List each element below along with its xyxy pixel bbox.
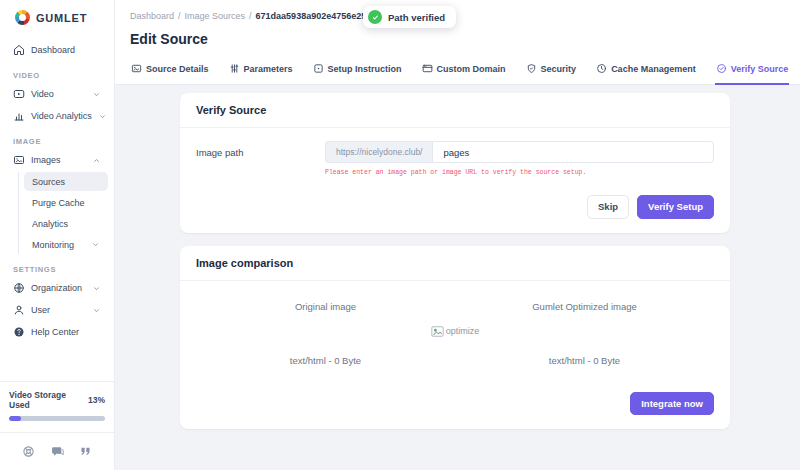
user-icon: [13, 304, 25, 316]
tab-label: Security: [541, 64, 577, 74]
tab-source-details[interactable]: Source Details: [130, 61, 210, 85]
chevron-down-icon: [98, 112, 107, 121]
tab-label: Custom Domain: [437, 64, 506, 74]
tab-verify-source[interactable]: Verify Source: [715, 61, 790, 85]
sidebar-item-label: Sources: [32, 177, 65, 187]
path-verified-toast: Path verified: [363, 6, 456, 28]
sliders-icon: [229, 63, 240, 74]
tab-label: Parameters: [244, 64, 293, 74]
breadcrumb-separator: /: [249, 11, 252, 21]
broken-image-icon: [431, 326, 444, 337]
chevron-down-icon: [91, 240, 100, 249]
sidebar-item-help-center[interactable]: Help Center: [6, 322, 108, 342]
globe-icon: [13, 282, 25, 294]
image-path-input[interactable]: [432, 141, 714, 163]
sidebar-section-image: IMAGE: [6, 128, 108, 150]
sidebar-item-organization[interactable]: Organization: [6, 278, 108, 298]
tab-custom-domain[interactable]: Custom Domain: [421, 61, 507, 85]
sidebar-item-label: Video Analytics: [31, 111, 92, 121]
original-image-label: Original image: [196, 301, 455, 312]
chart-icon: [13, 110, 25, 122]
home-icon: [13, 44, 25, 56]
broken-image-alt-text: optimize: [446, 326, 480, 336]
tab-parameters[interactable]: Parameters: [228, 61, 294, 85]
sidebar-item-label: Analytics: [32, 219, 68, 229]
browser-icon: [422, 63, 433, 74]
sidebar-item-dashboard[interactable]: Dashboard: [6, 40, 108, 60]
chevron-down-icon: [92, 306, 101, 315]
url-prefix: https://nicelydone.club/: [325, 141, 432, 163]
sidebar-item-label: Help Center: [31, 327, 79, 337]
breadcrumb-dashboard[interactable]: Dashboard: [130, 11, 174, 21]
breadcrumb-separator: /: [178, 11, 181, 21]
page-title: Edit Source: [130, 31, 800, 47]
sidebar-item-sources[interactable]: Sources: [24, 172, 108, 191]
tab-label: Setup Instruction: [328, 64, 402, 74]
clock-icon: [596, 63, 607, 74]
shield-icon: [526, 63, 537, 74]
sidebar-section-settings: SETTINGS: [6, 256, 108, 278]
sidebar-bottom: Video Storage Used 13%: [0, 381, 114, 470]
breadcrumb: Dashboard / Image Sources / 671daa5938a9…: [130, 11, 800, 21]
brand-name: GUMLET: [36, 12, 87, 24]
verify-setup-button[interactable]: Verify Setup: [637, 195, 714, 219]
content-area: Verify Source Image path https://nicelyd…: [115, 85, 800, 470]
image-icon: [13, 154, 25, 166]
sidebar-item-label: Dashboard: [31, 45, 75, 55]
sidebar-item-analytics[interactable]: Analytics: [24, 214, 108, 233]
storage-progress-fill: [9, 416, 21, 421]
quote-icon[interactable]: [79, 445, 92, 458]
toast-label: Path verified: [388, 12, 445, 23]
image-path-label: Image path: [196, 147, 325, 158]
sidebar-item-images[interactable]: Images: [6, 150, 108, 170]
image-path-error: Please enter an image path or image URL …: [325, 169, 714, 177]
sidebar-item-user[interactable]: User: [6, 300, 108, 320]
tab-label: Cache Management: [611, 64, 696, 74]
tab-bar: Source Details Parameters Setup Instruct…: [115, 61, 800, 85]
brand-logo: GUMLET: [0, 0, 114, 25]
broken-image-placeholder: optimize: [196, 326, 714, 337]
storage-progress-track: [9, 416, 105, 421]
gumlet-logo-icon: [15, 10, 30, 25]
storage-label: Video Storage Used: [9, 390, 88, 410]
chat-icon[interactable]: [51, 445, 64, 458]
lifebuoy-icon[interactable]: [22, 445, 35, 458]
check-circle-icon: [716, 63, 727, 74]
verify-source-card-title: Verify Source: [180, 93, 730, 128]
tab-security[interactable]: Security: [525, 61, 578, 85]
image-comparison-card-title: Image comparison: [180, 246, 730, 281]
chevron-up-icon: [92, 156, 101, 165]
tab-label: Source Details: [146, 64, 209, 74]
integrate-now-button[interactable]: Integrate now: [630, 392, 714, 416]
optimized-image-meta: text/html - 0 Byte: [455, 355, 714, 366]
image-comparison-card: Image comparison Original image Gumlet O…: [180, 246, 730, 430]
tab-setup-instruction[interactable]: Setup Instruction: [312, 61, 403, 85]
sidebar-item-purge-cache[interactable]: Purge Cache: [24, 193, 108, 212]
main-panel: Path verified Dashboard / Image Sources …: [115, 0, 800, 470]
sidebar-item-video[interactable]: Video: [6, 84, 108, 104]
images-submenu: Sources Purge Cache Analytics Monitoring: [18, 172, 108, 254]
video-icon: [13, 88, 25, 100]
check-circle-green-icon: [368, 10, 382, 24]
tab-label: Verify Source: [731, 64, 789, 74]
sidebar-item-monitoring[interactable]: Monitoring: [24, 235, 108, 254]
image-path-row: Image path https://nicelydone.club/: [180, 128, 730, 163]
sidebar: GUMLET Dashboard VIDEO Video: [0, 0, 115, 470]
sidebar-item-video-analytics[interactable]: Video Analytics: [6, 106, 108, 126]
sidebar-item-label: Purge Cache: [32, 198, 85, 208]
sidebar-item-label: Images: [31, 155, 61, 165]
tab-cache-management[interactable]: Cache Management: [595, 61, 697, 85]
breadcrumb-source-id: 671daa5938a902e4756e25ea: [256, 11, 377, 21]
help-icon: [13, 326, 25, 338]
original-image-meta: text/html - 0 Byte: [196, 355, 455, 366]
sidebar-nav: Dashboard VIDEO Video Video Analytics: [0, 25, 114, 344]
app-window: GUMLET Dashboard VIDEO Video: [0, 0, 800, 470]
storage-widget: Video Storage Used 13%: [0, 381, 114, 432]
image-path-input-group: https://nicelydone.club/: [325, 141, 714, 163]
skip-button[interactable]: Skip: [587, 195, 629, 219]
breadcrumb-image-sources[interactable]: Image Sources: [185, 11, 246, 21]
chevron-down-icon: [92, 90, 101, 99]
image-comparison-body: Original image Gumlet Optimized image op…: [180, 281, 730, 430]
sidebar-item-label: Monitoring: [32, 240, 74, 250]
verify-card-footer: Skip Verify Setup: [180, 177, 730, 233]
